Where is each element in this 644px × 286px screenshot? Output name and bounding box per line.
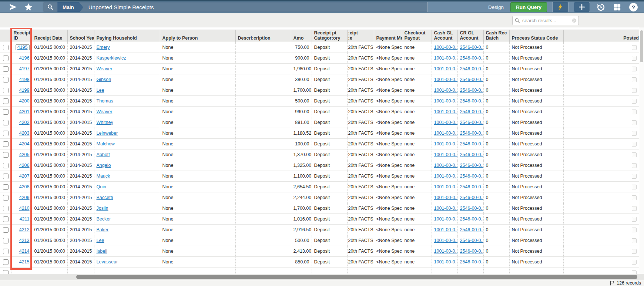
cash-gl-link[interactable]: 1001-00-0... — [434, 55, 458, 61]
household-link[interactable]: Leinweber — [97, 131, 118, 136]
posted-checkbox[interactable] — [632, 270, 637, 274]
row-select-checkbox[interactable] — [3, 238, 9, 243]
star-icon[interactable] — [21, 2, 36, 12]
cash-gl-link[interactable]: 1001-00-0... — [434, 109, 458, 114]
row-select-checkbox[interactable] — [3, 88, 9, 93]
posted-checkbox[interactable] — [632, 249, 637, 254]
receipt-id-link[interactable]: 4195 — [16, 44, 30, 50]
receipt-id-link[interactable]: 4211 — [20, 216, 30, 222]
cr-gl-link[interactable]: 2546-00-0... — [460, 109, 484, 114]
vertical-scrollbar[interactable] — [639, 27, 644, 274]
receipt-id-link[interactable]: 4202 — [19, 120, 30, 125]
row-select-checkbox[interactable] — [3, 98, 9, 104]
receipt-id-link[interactable]: 4205 — [19, 152, 30, 157]
header-receipt-id[interactable]: ReceiptID — [11, 30, 32, 42]
help-icon[interactable]: ? — [628, 2, 639, 12]
receipt-id-link[interactable]: 4214 — [19, 249, 30, 254]
clear-search-icon[interactable] — [572, 18, 577, 23]
cash-gl-link[interactable]: 1001-00-0... — [434, 77, 458, 82]
receipt-id-link[interactable]: 4197 — [19, 66, 30, 71]
household-link[interactable]: Lee — [97, 238, 104, 243]
row-select-checkbox[interactable] — [3, 206, 9, 211]
row-select-checkbox[interactable] — [3, 109, 9, 115]
search-icon[interactable] — [43, 2, 57, 12]
header-posted[interactable]: Posted — [563, 30, 639, 42]
household-link[interactable]: Quin — [97, 184, 106, 189]
header-receipt-category[interactable]: Receipt ptCategor:ory — [312, 30, 347, 42]
header-cash-gl-account[interactable]: Cash GLAccount — [432, 30, 457, 42]
header-payment-method[interactable]: Payment Method — [374, 30, 402, 42]
posted-checkbox[interactable] — [632, 99, 637, 104]
row-select-checkbox[interactable] — [3, 141, 9, 147]
row-select-checkbox[interactable] — [3, 270, 9, 274]
header-cr-gl-account[interactable]: CR GLAccount — [457, 30, 483, 42]
row-select-checkbox[interactable] — [3, 163, 9, 168]
row-select-checkbox[interactable] — [3, 216, 9, 222]
household-link[interactable]: Whitney — [97, 120, 113, 125]
posted-checkbox[interactable] — [632, 67, 637, 71]
receipt-id-link[interactable]: 4206 — [19, 163, 30, 168]
household-link[interactable]: Thomas — [97, 98, 113, 104]
posted-checkbox[interactable] — [632, 120, 637, 125]
household-link[interactable]: Emery — [97, 45, 110, 50]
row-select-checkbox[interactable] — [3, 227, 9, 233]
cash-gl-link[interactable]: 1001-00-0... — [434, 98, 458, 104]
posted-checkbox[interactable] — [632, 56, 637, 61]
posted-checkbox[interactable] — [632, 45, 637, 50]
row-select-checkbox[interactable] — [3, 152, 9, 158]
posted-checkbox[interactable] — [632, 195, 637, 200]
add-button[interactable] — [574, 2, 590, 12]
household-link[interactable]: Weaver — [97, 109, 113, 114]
posted-checkbox[interactable] — [632, 228, 637, 232]
household-link[interactable]: Levasseur — [97, 259, 118, 265]
row-select-checkbox[interactable] — [3, 55, 9, 61]
receipt-id-link[interactable]: 4201 — [19, 109, 30, 114]
header-receipt-date[interactable]: Receipt Date — [32, 30, 67, 42]
cr-gl-link[interactable]: 2546-00-0... — [460, 45, 484, 50]
header-school-year[interactable]: School Year — [67, 30, 94, 42]
breadcrumb-main[interactable]: Main — [57, 2, 79, 12]
cash-gl-link[interactable]: 1001-00-0... — [434, 152, 458, 157]
cash-gl-link[interactable]: 1001-00-0... — [434, 238, 458, 243]
row-select-checkbox[interactable] — [3, 174, 9, 179]
posted-checkbox[interactable] — [632, 185, 637, 189]
cr-gl-link[interactable]: 2546-00-0... — [460, 259, 484, 265]
household-link[interactable]: Mauck — [97, 174, 110, 179]
cr-gl-link[interactable]: 2546-00-0... — [460, 120, 484, 125]
row-select-checkbox[interactable] — [3, 77, 9, 83]
cr-gl-link[interactable]: 2546-00-0... — [460, 195, 484, 200]
household-link[interactable]: Becker — [97, 216, 111, 222]
cash-gl-link[interactable]: 1001-00-0... — [434, 259, 458, 265]
posted-checkbox[interactable] — [632, 217, 637, 222]
cr-gl-link[interactable]: 2546-00-0... — [460, 206, 484, 211]
posted-checkbox[interactable] — [632, 110, 637, 114]
receipt-id-link[interactable]: 4199 — [19, 88, 30, 93]
lightning-button[interactable] — [552, 2, 568, 12]
cash-gl-link[interactable]: 1001-00-0... — [434, 216, 458, 222]
receipt-id-link[interactable]: 4207 — [19, 174, 30, 179]
receipt-id-link[interactable]: 4209 — [19, 195, 30, 200]
run-query-button[interactable]: Run Query — [510, 2, 547, 12]
cash-gl-link[interactable]: 1001-00-0... — [434, 120, 458, 125]
household-link[interactable]: Angelo — [97, 163, 111, 168]
cr-gl-link[interactable]: 2546-00-0... — [460, 98, 484, 104]
cash-gl-link[interactable]: 1001-00-0... — [434, 66, 458, 71]
receipt-id-link[interactable]: 4204 — [19, 141, 30, 147]
header-description[interactable]: Descri:cription — [235, 30, 291, 42]
cr-gl-link[interactable]: 2546-00-0... — [460, 249, 484, 254]
row-select-checkbox[interactable] — [3, 195, 9, 201]
receipt-id-link[interactable]: 4208 — [19, 184, 30, 189]
grid-icon[interactable] — [611, 2, 623, 12]
cash-gl-link[interactable]: 1001-00-0... — [434, 184, 458, 189]
cr-gl-link[interactable]: 2546-00-0... — [460, 174, 484, 179]
household-link[interactable]: Kasperkiewicz — [97, 55, 126, 61]
cash-gl-link[interactable]: 1001-00-0... — [434, 174, 458, 179]
cash-gl-link[interactable]: 1001-00-0... — [434, 141, 458, 147]
household-link[interactable]: Gibson — [97, 77, 111, 82]
header-apply-to-person[interactable]: Apply to Person — [160, 30, 235, 42]
receipt-id-link[interactable]: 4198 — [19, 77, 30, 82]
row-select-checkbox[interactable] — [3, 249, 9, 254]
cr-gl-link[interactable]: 2546-00-0... — [460, 141, 484, 147]
cash-gl-link[interactable]: 1001-00-0... — [434, 45, 458, 50]
posted-checkbox[interactable] — [632, 174, 637, 179]
